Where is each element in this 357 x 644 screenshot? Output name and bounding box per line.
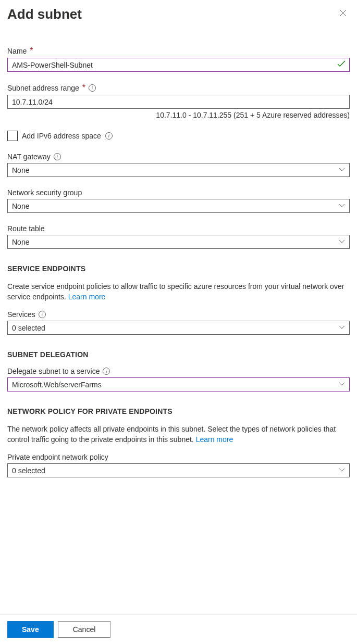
- close-button[interactable]: [336, 6, 350, 21]
- network-policy-desc: The network policy affects all private e…: [7, 425, 336, 444]
- pep-label: Private endpoint network policy: [7, 453, 108, 461]
- address-range-hint: 10.7.11.0 - 10.7.11.255 (251 + 5 Azure r…: [7, 111, 350, 119]
- nsg-value: None: [12, 202, 29, 210]
- required-indicator: *: [82, 83, 85, 93]
- nat-gateway-select[interactable]: None: [7, 163, 350, 177]
- learn-more-link[interactable]: Learn more: [68, 293, 106, 301]
- network-policy-text: The network policy affects all private e…: [7, 424, 350, 445]
- route-table-label: Route table: [7, 224, 45, 233]
- address-range-input[interactable]: [7, 95, 350, 109]
- footer: Save Cancel: [0, 614, 357, 644]
- check-icon: [337, 60, 346, 70]
- chevron-down-icon: [339, 324, 345, 332]
- learn-more-link[interactable]: Learn more: [196, 435, 233, 444]
- service-endpoints-text: Create service endpoint policies to allo…: [7, 281, 350, 302]
- route-table-select[interactable]: None: [7, 235, 350, 249]
- info-icon[interactable]: i: [103, 368, 110, 375]
- chevron-down-icon: [339, 166, 345, 174]
- address-range-label: Subnet address range: [7, 84, 79, 92]
- cancel-button[interactable]: Cancel: [58, 621, 111, 638]
- nsg-select[interactable]: None: [7, 199, 350, 213]
- services-label: Services: [7, 310, 35, 319]
- panel-header: Add subnet: [7, 6, 350, 22]
- pep-value: 0 selected: [12, 466, 45, 475]
- delegate-label: Delegate subnet to a service: [7, 367, 100, 375]
- delegate-select[interactable]: Microsoft.Web/serverFarms: [7, 377, 350, 392]
- page-title: Add subnet: [7, 6, 82, 22]
- chevron-down-icon: [339, 381, 345, 389]
- delegate-value: Microsoft.Web/serverFarms: [12, 381, 102, 389]
- close-icon: [339, 9, 347, 17]
- ipv6-checkbox[interactable]: [7, 131, 18, 141]
- chevron-down-icon: [339, 466, 345, 475]
- name-label: Name: [7, 47, 27, 55]
- save-button[interactable]: Save: [7, 621, 54, 638]
- services-value: 0 selected: [12, 324, 45, 332]
- info-icon[interactable]: i: [89, 84, 96, 92]
- service-endpoints-desc: Create service endpoint policies to allo…: [7, 282, 344, 301]
- ipv6-label: Add IPv6 address space: [22, 132, 101, 140]
- info-icon[interactable]: i: [105, 132, 113, 140]
- nat-gateway-label: NAT gateway: [7, 153, 51, 161]
- info-icon[interactable]: i: [54, 153, 61, 160]
- service-endpoints-heading: SERVICE ENDPOINTS: [7, 264, 350, 273]
- subnet-delegation-heading: SUBNET DELEGATION: [7, 350, 350, 359]
- nsg-label: Network security group: [7, 188, 82, 197]
- network-policy-heading: NETWORK POLICY FOR PRIVATE ENDPOINTS: [7, 407, 350, 415]
- chevron-down-icon: [339, 238, 345, 246]
- required-indicator: *: [30, 46, 33, 56]
- services-select[interactable]: 0 selected: [7, 321, 350, 335]
- route-table-value: None: [12, 238, 29, 246]
- nat-gateway-value: None: [12, 166, 29, 174]
- pep-select[interactable]: 0 selected: [7, 463, 350, 477]
- info-icon[interactable]: i: [39, 311, 46, 318]
- chevron-down-icon: [339, 202, 345, 210]
- name-input[interactable]: [7, 58, 350, 72]
